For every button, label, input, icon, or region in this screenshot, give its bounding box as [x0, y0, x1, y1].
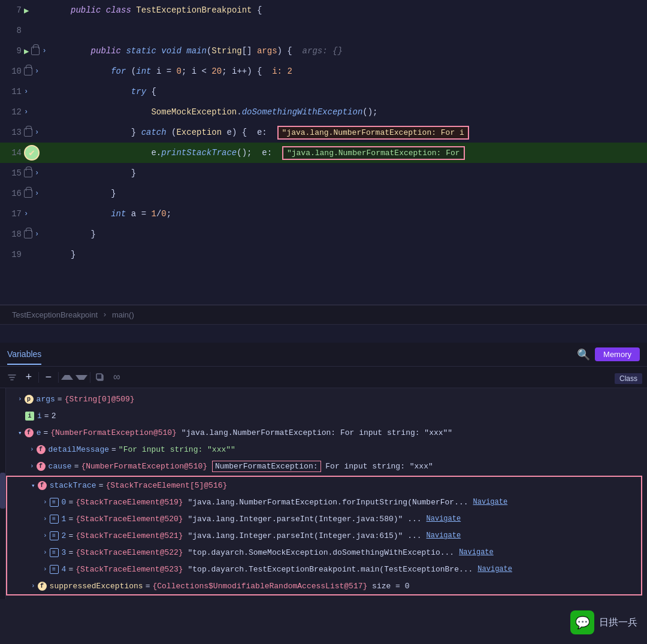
exception-box-13: "java.lang.NumberFormatException: For i [277, 126, 469, 140]
expand-args[interactable]: › [18, 395, 22, 403]
gutter-16: 16 › [0, 189, 66, 198]
infinity-icon-btn[interactable]: ∞ [110, 370, 124, 385]
badge-i: i [25, 412, 34, 421]
var-val-st3: "top.dayarch.SomeMockException.doSomethi… [183, 548, 454, 557]
code-line-8: 8 [0, 20, 647, 41]
var-type-sup: {Collections$UnmodifiableRandomAccessLis… [152, 582, 367, 591]
scroll-down-btn[interactable] [75, 375, 87, 380]
badge-e: f [25, 428, 34, 437]
gutter-12: 12 › [0, 107, 66, 117]
navigate-st3[interactable]: Navigate [459, 548, 494, 557]
badge-sup: f [38, 582, 47, 591]
variables-tab[interactable]: Variables [7, 344, 41, 365]
watermark-text: 日拱一兵 [599, 616, 637, 629]
scroll-thumb[interactable] [0, 473, 5, 509]
variables-area: › p args = {String[0]@509} i i = 2 ▾ f e [0, 388, 647, 599]
gutter-15: 15 › [0, 168, 66, 178]
expand-st4[interactable]: › [43, 566, 47, 573]
gutter-14: 14 ✔ [0, 145, 66, 161]
minus-icon-btn[interactable]: − [41, 370, 56, 385]
line-content-15: } [66, 168, 647, 178]
badge-args: p [25, 395, 34, 404]
badge-st: f [38, 481, 47, 490]
var-val-detail: "For input string: "xxx"" [119, 445, 235, 454]
line-number-14: 14 [5, 148, 22, 158]
line-content-11: try { [66, 87, 647, 96]
code-line-7: 7 ▶ public class TestExceptionBreakpoint… [0, 0, 647, 20]
var-name-i: i [37, 412, 42, 421]
copy-icon-btn[interactable] [93, 370, 107, 385]
var-eq-st3: = [68, 548, 73, 557]
var-eq-i: = [44, 412, 49, 421]
expand-cause[interactable]: › [30, 462, 34, 470]
expand-9[interactable]: › [42, 47, 46, 55]
watermark: 💬 日拱一兵 [570, 610, 637, 634]
var-eq-st2: = [68, 531, 73, 540]
expand-e[interactable]: ▾ [18, 429, 22, 437]
var-row-st4: › ≡ 4 = {StackTraceElement@523} "top.day… [7, 561, 641, 578]
memory-button[interactable]: Memory [595, 347, 640, 361]
expand-15[interactable]: › [35, 169, 39, 177]
scroll-up-btn[interactable] [61, 375, 73, 380]
var-row-st3: › ≡ 3 = {StackTraceElement@522} "top.day… [7, 544, 641, 561]
expand-sup[interactable]: › [31, 582, 35, 589]
expand-st2[interactable]: › [43, 532, 47, 539]
var-row-st0: › ≡ 0 = {StackTraceElement@519} "java.la… [7, 494, 641, 510]
var-name-args: args [37, 395, 55, 404]
expand-10[interactable]: › [35, 67, 39, 75]
badge-st3: ≡ [50, 548, 59, 557]
code-line-14: 14 ✔ e.printStackTrace(); e: "java.lang.… [0, 143, 647, 163]
toolbar-divider-1 [38, 372, 39, 383]
expand-13[interactable]: › [35, 128, 39, 137]
var-eq-st0: = [68, 498, 73, 507]
expand-st0[interactable]: › [43, 498, 47, 506]
var-row-i: i i = 2 [6, 407, 647, 424]
var-name-cause: cause [49, 462, 72, 471]
var-row-args: › p args = {String[0]@509} [6, 391, 647, 407]
var-eq-st: = [99, 481, 104, 490]
expand-st3[interactable]: › [43, 549, 47, 556]
var-val-i: 2 [52, 412, 56, 421]
var-val-st1: "java.lang.Integer.parseInt(Integer.java… [183, 515, 422, 524]
var-val-cause: For input string: "xxx" [321, 462, 433, 471]
left-scrollbar [0, 388, 6, 599]
expand-16[interactable]: › [35, 189, 39, 198]
line-content-10: for (int i = 0; i < 20; i++) { i: 2 [66, 66, 647, 76]
line-number-12: 12 [5, 107, 22, 117]
line-number-15: 15 [5, 168, 22, 178]
toolbar-divider-2 [58, 372, 59, 383]
var-val-sup: size = 0 [367, 582, 409, 591]
var-row-detail: › f detailMessage = "For input string: "… [6, 441, 647, 458]
navigate-st4[interactable]: Navigate [477, 565, 512, 573]
var-val-st4: "top.dayarch.TestExceptionBreakpoint.mai… [183, 565, 473, 574]
line-content-14: e.printStackTrace(); e: "java.lang.Numbe… [66, 146, 647, 160]
gutter-8: 8 [0, 26, 66, 35]
code-lines: 7 ▶ public class TestExceptionBreakpoint… [0, 0, 647, 265]
line-number-18: 18 [5, 229, 22, 239]
gutter-17: 17 › [0, 209, 66, 219]
var-eq-st4: = [68, 565, 73, 574]
search-icon-btn[interactable]: 🔍 [577, 348, 590, 361]
cause-highlight: NumberFormatException: [212, 461, 321, 472]
arrow-icon-9: ▶ [24, 46, 29, 56]
navigate-st2[interactable]: Navigate [427, 531, 461, 540]
expand-st1[interactable]: › [43, 515, 47, 522]
navigate-st0[interactable]: Navigate [473, 498, 508, 506]
expand-17[interactable]: › [24, 210, 28, 218]
navigate-st1[interactable]: Navigate [427, 515, 461, 523]
expand-18[interactable]: › [35, 230, 39, 238]
wechat-logo: 💬 [570, 610, 594, 634]
line-content-13: } catch (Exception e) { e: "java.lang.Nu… [66, 126, 647, 140]
expand-detail[interactable]: › [30, 446, 34, 453]
gutter-19: 19 [0, 250, 66, 259]
var-type-args: {String[0]@509} [65, 395, 135, 404]
var-row-st1: › ≡ 1 = {StackTraceElement@520} "java.la… [7, 510, 641, 527]
expand-11[interactable]: › [24, 87, 28, 96]
add-icon-btn[interactable]: + [22, 370, 36, 385]
expand-st[interactable]: ▾ [31, 482, 35, 489]
expand-12[interactable]: › [24, 108, 28, 116]
line-content-16: } [66, 189, 647, 198]
filter-icon-btn[interactable] [5, 370, 19, 385]
spacer [0, 325, 647, 343]
line-number-16: 16 [5, 189, 22, 198]
